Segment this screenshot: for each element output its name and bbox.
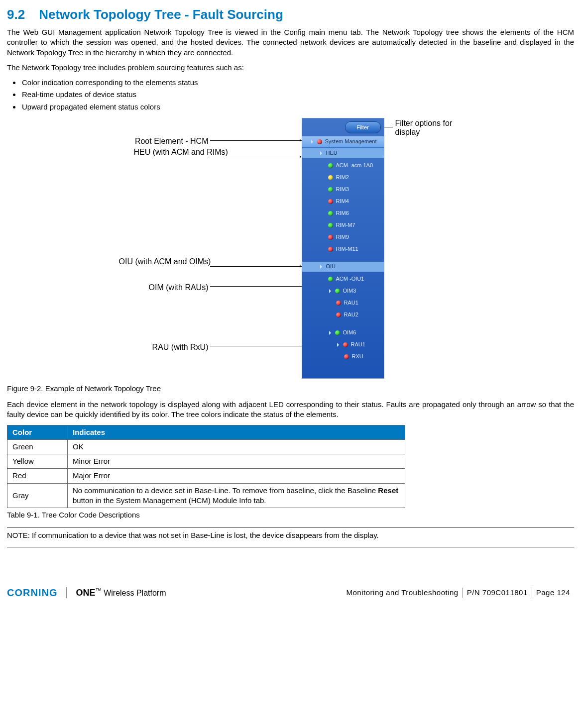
cell-desc: Minor Error <box>68 454 405 469</box>
status-led-icon <box>317 139 322 144</box>
tree-node[interactable]: RIM4 <box>302 196 384 207</box>
callout-oiu: OIU (with ACM and OIMs) <box>119 257 209 266</box>
bullet-item: Color indication corresponding to the el… <box>21 78 574 88</box>
callout-rau: RAU (with RxU) <box>139 342 209 353</box>
cell-color: Red <box>7 469 68 483</box>
status-led-icon <box>328 235 333 240</box>
tree-node[interactable]: RIM6 <box>302 208 384 219</box>
status-led-icon <box>328 199 333 204</box>
node-label: RIM9 <box>336 233 349 241</box>
expand-icon[interactable] <box>320 151 325 156</box>
tree-node[interactable]: RIM3 <box>302 184 384 195</box>
node-label: RAU1 <box>351 341 365 348</box>
topology-tree-panel: Filter System Management HEU ACM -acm 1A… <box>302 118 384 379</box>
node-label: RIM-M11 <box>336 245 358 253</box>
tree-node[interactable]: RIM-M11 <box>302 244 384 255</box>
node-label: RAU1 <box>344 299 358 307</box>
expand-icon[interactable] <box>320 264 325 269</box>
desc-pre: No communication to a device set in Base… <box>73 486 378 495</box>
divider-icon <box>66 587 67 598</box>
node-label: RAU2 <box>344 311 358 318</box>
node-label: RIM2 <box>336 174 349 181</box>
table-row: Gray No communication to a device set in… <box>7 483 405 508</box>
heading-title: Network Topology Tree - Fault Sourcing <box>39 7 283 22</box>
footer-pn: P/N 709C011801 <box>463 588 532 598</box>
table-header-color: Color <box>7 425 68 439</box>
expand-icon[interactable] <box>329 330 334 335</box>
intro-paragraph-1: The Web GUI Management application Netwo… <box>7 27 574 58</box>
divider-line <box>7 547 574 547</box>
expand-icon[interactable] <box>311 139 316 144</box>
tree-node-heu[interactable]: HEU <box>302 148 384 158</box>
status-led-icon <box>335 330 340 335</box>
tree-node-oiu[interactable]: OIU <box>302 262 384 272</box>
feature-bullets: Color indication corresponding to the el… <box>7 78 574 112</box>
node-label: RXU <box>352 353 363 360</box>
status-led-icon <box>328 223 333 228</box>
figure-caption: Figure 9-2. Example of Network Topology … <box>7 384 574 394</box>
node-label: RIM-M7 <box>336 221 355 229</box>
leader-line <box>210 286 315 287</box>
leader-line <box>210 266 302 267</box>
platform-text: Wireless Platform <box>104 589 166 597</box>
figure: Root Element - HCM HEU (with ACM and RIM… <box>107 118 475 382</box>
section-heading: 9.2Network Topology Tree - Fault Sourcin… <box>7 6 574 23</box>
expand-icon[interactable] <box>337 342 342 347</box>
status-led-icon <box>336 312 341 317</box>
tree-node[interactable]: RAU2 <box>302 310 384 320</box>
filter-button[interactable]: Filter <box>345 121 381 133</box>
table-row: Yellow Minor Error <box>7 454 405 469</box>
cell-color: Gray <box>7 483 68 508</box>
tree-node[interactable]: RIM-M7 <box>302 220 384 231</box>
tree-node[interactable]: RAU1 <box>302 298 384 309</box>
status-led-icon <box>335 289 340 294</box>
table-row: Green OK <box>7 439 405 454</box>
tree-node[interactable]: OIM6 <box>302 327 384 338</box>
node-label: RIM4 <box>336 198 349 205</box>
figure-container: Root Element - HCM HEU (with ACM and RIM… <box>7 118 574 382</box>
leader-line <box>210 157 302 157</box>
footer-page: Page 124 <box>532 588 574 598</box>
status-led-icon <box>328 247 333 252</box>
node-label: System Management <box>325 138 377 145</box>
tree-node[interactable]: ACM -acm 1A0 <box>302 160 384 171</box>
callout-heu: HEU (with ACM and RIMs) <box>134 148 209 157</box>
tree-node[interactable]: RAU1 <box>302 339 384 350</box>
node-label: RIM3 <box>336 186 349 193</box>
one-text: ONE <box>76 588 95 598</box>
divider-line <box>7 527 574 527</box>
trademark-icon: ™ <box>95 587 102 594</box>
tree-node[interactable]: RIM9 <box>302 232 384 243</box>
tree-node[interactable]: RIM2 <box>302 172 384 183</box>
heading-number: 9.2 <box>7 7 25 22</box>
leader-line <box>210 140 302 141</box>
note-text: NOTE: If communication to a device that … <box>7 530 574 540</box>
tree-node[interactable]: RXU <box>302 351 384 362</box>
desc-post: button in the System Management (HCM) Mo… <box>73 496 266 505</box>
cell-desc: No communication to a device set in Base… <box>68 483 405 508</box>
cell-color: Yellow <box>7 454 68 469</box>
tree-node-root[interactable]: System Management <box>302 136 384 147</box>
color-legend-table: Color Indicates Green OK Yellow Minor Er… <box>7 425 405 509</box>
cell-desc: OK <box>68 439 405 454</box>
callout-root: Root Element - HCM <box>126 136 209 147</box>
footer-section: Monitoring and Troubleshooting <box>343 588 463 598</box>
status-led-icon <box>328 277 333 282</box>
intro-paragraph-2: The Network Topology tree includes probl… <box>7 63 574 73</box>
cell-color: Green <box>7 439 68 454</box>
node-label: OIM3 <box>343 287 356 295</box>
table-caption: Table 9-1. Tree Color Code Descriptions <box>7 510 574 520</box>
callout-oim: OIM (with RAUs) <box>134 282 209 293</box>
tree-node[interactable]: ACM -OIU1 <box>302 274 384 285</box>
bullet-item: Upward propagated element status colors <box>21 102 574 112</box>
expand-icon[interactable] <box>329 289 334 294</box>
status-led-icon <box>328 175 333 180</box>
product-name: ONE™ Wireless Platform <box>76 587 166 599</box>
node-label: OIM6 <box>343 329 356 336</box>
explanation-paragraph: Each device element in the network topol… <box>7 400 574 420</box>
tree-node[interactable]: OIM3 <box>302 286 384 297</box>
footer-brand: CORNING ONE™ Wireless Platform <box>7 586 166 600</box>
node-label: RIM6 <box>336 209 349 217</box>
node-label: ACM -acm 1A0 <box>336 162 373 169</box>
table-header-indicates: Indicates <box>68 425 405 439</box>
